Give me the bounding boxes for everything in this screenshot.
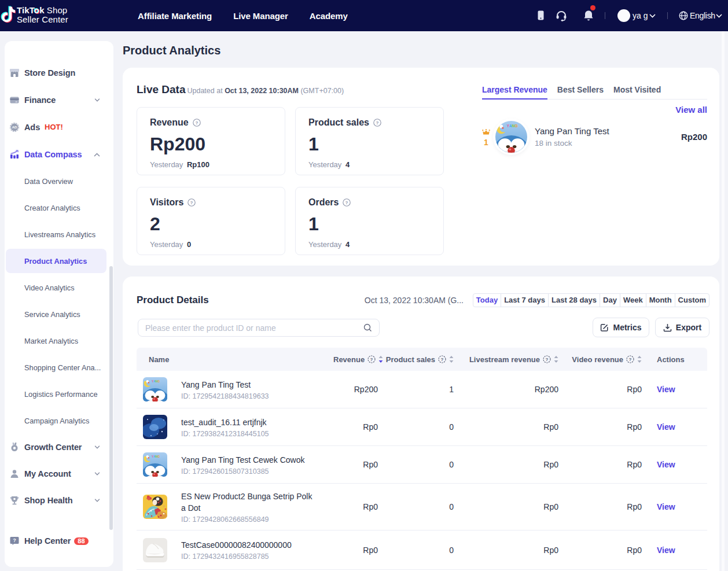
svg-text:?: ?: [13, 537, 16, 543]
svg-text:?: ?: [546, 357, 549, 362]
svg-text:?: ?: [345, 200, 348, 205]
svg-text:AD: AD: [12, 126, 17, 129]
svg-text:?: ?: [190, 200, 193, 205]
svg-text:?: ?: [376, 120, 378, 126]
svg-text:?: ?: [195, 120, 198, 126]
svg-text:?: ?: [370, 357, 373, 362]
svg-text:?: ?: [441, 357, 444, 362]
svg-text:?: ?: [629, 357, 632, 362]
